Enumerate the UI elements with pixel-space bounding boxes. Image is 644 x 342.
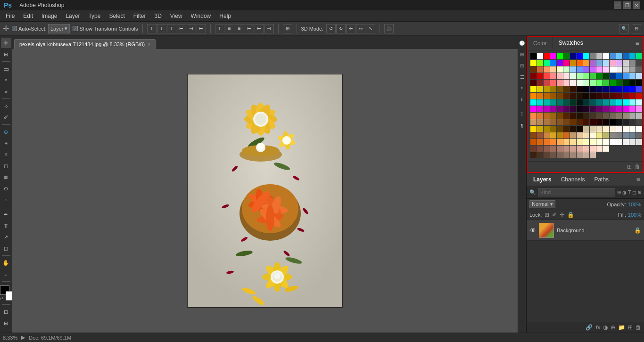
swatch[interactable] — [570, 146, 576, 152]
swatch[interactable] — [610, 86, 616, 92]
swatch[interactable] — [557, 80, 563, 86]
swatch[interactable] — [603, 73, 609, 79]
paths-tab[interactable]: Paths — [589, 173, 613, 186]
swatch[interactable] — [610, 93, 616, 99]
swatch[interactable] — [530, 132, 537, 138]
layer-background[interactable]: 👁 Background 🔒 — [527, 220, 644, 241]
auto-select-dropdown[interactable]: Layer ▾ — [48, 24, 70, 33]
swatch[interactable] — [557, 73, 563, 79]
swatch[interactable] — [570, 126, 576, 132]
swatch[interactable] — [537, 126, 543, 132]
swatch[interactable] — [629, 132, 636, 138]
hand-tool[interactable]: ✋ — [1, 258, 11, 268]
swatch[interactable] — [563, 126, 570, 132]
swatch[interactable] — [616, 119, 622, 125]
menu-view[interactable]: View — [166, 12, 186, 20]
lock-move-icon[interactable]: ✛ — [560, 212, 564, 218]
swatch[interactable] — [544, 93, 550, 99]
quick-mask-tool[interactable]: ⊡ — [1, 307, 11, 317]
swatch[interactable] — [623, 60, 629, 66]
swatch[interactable] — [563, 146, 570, 152]
layer-link-icon[interactable]: 🔗 — [586, 324, 593, 331]
layers-search-input[interactable] — [538, 188, 615, 196]
swatch[interactable] — [577, 80, 583, 86]
swatch[interactable] — [557, 139, 563, 145]
swatch[interactable] — [616, 93, 622, 99]
menu-edit[interactable]: Edit — [19, 12, 37, 20]
filter-type-icon[interactable]: T — [628, 190, 631, 195]
history-icon[interactable]: 🕐 — [517, 38, 527, 48]
swatch[interactable] — [557, 86, 563, 92]
swatch[interactable] — [550, 73, 556, 79]
swatch[interactable] — [590, 53, 596, 59]
menu-window[interactable]: Window — [187, 12, 215, 20]
3d-camera-btn[interactable]: 🎥 — [384, 24, 394, 33]
swatch[interactable] — [636, 60, 642, 66]
swatch[interactable] — [530, 106, 537, 112]
swatch[interactable] — [596, 73, 603, 79]
eraser-tool[interactable]: ◻ — [1, 161, 11, 171]
lasso-tool[interactable]: ⌖ — [1, 75, 11, 85]
swatch[interactable] — [550, 126, 556, 132]
swatch[interactable] — [610, 106, 616, 112]
layer-fx-icon[interactable]: fx — [595, 325, 600, 330]
swatch[interactable] — [537, 53, 543, 59]
delete-layer-icon[interactable]: 🗑 — [636, 324, 641, 331]
swatch[interactable] — [570, 53, 576, 59]
swatch[interactable] — [544, 86, 550, 92]
swatch[interactable] — [563, 113, 570, 119]
swatch[interactable] — [590, 80, 596, 86]
swatch[interactable] — [616, 113, 622, 119]
swatch[interactable] — [610, 53, 616, 59]
swatch[interactable] — [537, 80, 543, 86]
swatch[interactable] — [610, 132, 616, 138]
minimize-button[interactable]: — — [614, 1, 621, 9]
lock-all-icon[interactable]: 🔒 — [567, 212, 574, 218]
swatch[interactable] — [530, 80, 537, 86]
swatch[interactable] — [550, 66, 556, 73]
swatch[interactable] — [557, 66, 563, 73]
swatch[interactable] — [610, 80, 616, 86]
artboard-tool[interactable]: ⊞ — [1, 49, 11, 59]
filter-pixel-icon[interactable]: ⊞ — [617, 190, 621, 195]
swatch[interactable] — [603, 132, 609, 138]
swatch[interactable] — [550, 53, 556, 59]
brush-tool[interactable]: ⌖ — [1, 138, 11, 148]
swatch[interactable] — [636, 66, 642, 73]
swatch[interactable] — [530, 119, 537, 125]
dist-right-btn[interactable]: ⊣ — [264, 24, 274, 33]
swatch[interactable] — [623, 132, 629, 138]
dist-vcenter-btn[interactable]: ≡ — [225, 24, 234, 33]
swatch[interactable] — [577, 106, 583, 112]
swatch[interactable] — [563, 73, 570, 79]
filter-adj-icon[interactable]: ◑ — [622, 190, 627, 195]
transform-checkbox[interactable] — [73, 26, 78, 31]
info-icon[interactable]: ℹ — [517, 94, 527, 105]
swatch[interactable] — [616, 132, 622, 138]
new-swatch-btn[interactable]: ⊞ — [627, 163, 632, 170]
swatch[interactable] — [577, 60, 583, 66]
swatch[interactable] — [596, 80, 603, 86]
swatch[interactable] — [537, 60, 543, 66]
swatch[interactable] — [550, 146, 556, 152]
swatch[interactable] — [544, 73, 550, 79]
swatch[interactable] — [583, 73, 589, 79]
swatch[interactable] — [583, 80, 589, 86]
swatch[interactable] — [550, 60, 556, 66]
swatch[interactable] — [590, 132, 596, 138]
swatch[interactable] — [629, 93, 636, 99]
swatch[interactable] — [570, 60, 576, 66]
swatch[interactable] — [577, 139, 583, 145]
swatch[interactable] — [550, 113, 556, 119]
swatch[interactable] — [570, 139, 576, 145]
swatch[interactable] — [603, 66, 609, 73]
swatch[interactable] — [530, 126, 537, 132]
swatch[interactable] — [530, 113, 537, 119]
swatch[interactable] — [623, 99, 629, 106]
swatch[interactable] — [557, 93, 563, 99]
swatch[interactable] — [563, 60, 570, 66]
title-bar-controls[interactable]: — ❐ ✕ — [614, 1, 640, 9]
swatch[interactable] — [544, 53, 550, 59]
swatch[interactable] — [629, 106, 636, 112]
swatch[interactable] — [530, 60, 537, 66]
